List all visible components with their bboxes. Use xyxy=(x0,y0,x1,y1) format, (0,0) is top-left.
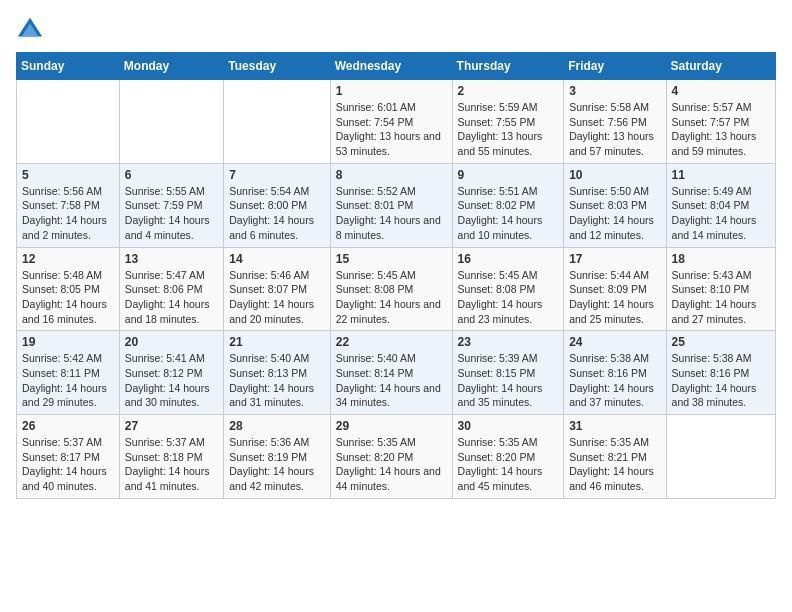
day-header-friday: Friday xyxy=(564,53,666,80)
day-info: Sunrise: 5:56 AM Sunset: 7:58 PM Dayligh… xyxy=(22,184,114,243)
day-info: Sunrise: 5:54 AM Sunset: 8:00 PM Dayligh… xyxy=(229,184,324,243)
calendar-cell: 5Sunrise: 5:56 AM Sunset: 7:58 PM Daylig… xyxy=(17,163,120,247)
calendar-cell xyxy=(666,415,775,499)
calendar-cell: 20Sunrise: 5:41 AM Sunset: 8:12 PM Dayli… xyxy=(119,331,223,415)
calendar-cell: 27Sunrise: 5:37 AM Sunset: 8:18 PM Dayli… xyxy=(119,415,223,499)
days-header-row: SundayMondayTuesdayWednesdayThursdayFrid… xyxy=(17,53,776,80)
day-info: Sunrise: 5:46 AM Sunset: 8:07 PM Dayligh… xyxy=(229,268,324,327)
day-number: 9 xyxy=(458,168,559,182)
day-number: 7 xyxy=(229,168,324,182)
day-info: Sunrise: 5:36 AM Sunset: 8:19 PM Dayligh… xyxy=(229,435,324,494)
calendar-table: SundayMondayTuesdayWednesdayThursdayFrid… xyxy=(16,52,776,499)
day-info: Sunrise: 5:40 AM Sunset: 8:14 PM Dayligh… xyxy=(336,351,447,410)
day-number: 4 xyxy=(672,84,770,98)
day-info: Sunrise: 5:38 AM Sunset: 8:16 PM Dayligh… xyxy=(672,351,770,410)
calendar-cell: 14Sunrise: 5:46 AM Sunset: 8:07 PM Dayli… xyxy=(224,247,330,331)
day-number: 29 xyxy=(336,419,447,433)
calendar-cell: 25Sunrise: 5:38 AM Sunset: 8:16 PM Dayli… xyxy=(666,331,775,415)
calendar-cell: 28Sunrise: 5:36 AM Sunset: 8:19 PM Dayli… xyxy=(224,415,330,499)
week-row-1: 1Sunrise: 6:01 AM Sunset: 7:54 PM Daylig… xyxy=(17,80,776,164)
day-header-wednesday: Wednesday xyxy=(330,53,452,80)
week-row-4: 19Sunrise: 5:42 AM Sunset: 8:11 PM Dayli… xyxy=(17,331,776,415)
day-info: Sunrise: 5:50 AM Sunset: 8:03 PM Dayligh… xyxy=(569,184,660,243)
day-number: 19 xyxy=(22,335,114,349)
week-row-5: 26Sunrise: 5:37 AM Sunset: 8:17 PM Dayli… xyxy=(17,415,776,499)
day-number: 20 xyxy=(125,335,218,349)
day-info: Sunrise: 5:42 AM Sunset: 8:11 PM Dayligh… xyxy=(22,351,114,410)
day-info: Sunrise: 5:59 AM Sunset: 7:55 PM Dayligh… xyxy=(458,100,559,159)
day-info: Sunrise: 5:39 AM Sunset: 8:15 PM Dayligh… xyxy=(458,351,559,410)
calendar-cell: 24Sunrise: 5:38 AM Sunset: 8:16 PM Dayli… xyxy=(564,331,666,415)
day-number: 18 xyxy=(672,252,770,266)
day-info: Sunrise: 5:58 AM Sunset: 7:56 PM Dayligh… xyxy=(569,100,660,159)
calendar-cell: 9Sunrise: 5:51 AM Sunset: 8:02 PM Daylig… xyxy=(452,163,564,247)
day-info: Sunrise: 5:35 AM Sunset: 8:20 PM Dayligh… xyxy=(336,435,447,494)
day-info: Sunrise: 5:35 AM Sunset: 8:20 PM Dayligh… xyxy=(458,435,559,494)
day-number: 3 xyxy=(569,84,660,98)
day-info: Sunrise: 5:52 AM Sunset: 8:01 PM Dayligh… xyxy=(336,184,447,243)
calendar-cell: 13Sunrise: 5:47 AM Sunset: 8:06 PM Dayli… xyxy=(119,247,223,331)
day-number: 21 xyxy=(229,335,324,349)
week-row-3: 12Sunrise: 5:48 AM Sunset: 8:05 PM Dayli… xyxy=(17,247,776,331)
day-number: 23 xyxy=(458,335,559,349)
day-info: Sunrise: 5:41 AM Sunset: 8:12 PM Dayligh… xyxy=(125,351,218,410)
calendar-cell: 11Sunrise: 5:49 AM Sunset: 8:04 PM Dayli… xyxy=(666,163,775,247)
day-number: 17 xyxy=(569,252,660,266)
day-number: 6 xyxy=(125,168,218,182)
day-header-thursday: Thursday xyxy=(452,53,564,80)
calendar-cell: 30Sunrise: 5:35 AM Sunset: 8:20 PM Dayli… xyxy=(452,415,564,499)
day-number: 11 xyxy=(672,168,770,182)
logo-icon xyxy=(16,16,44,44)
calendar-cell: 3Sunrise: 5:58 AM Sunset: 7:56 PM Daylig… xyxy=(564,80,666,164)
calendar-cell: 26Sunrise: 5:37 AM Sunset: 8:17 PM Dayli… xyxy=(17,415,120,499)
day-number: 12 xyxy=(22,252,114,266)
calendar-cell: 2Sunrise: 5:59 AM Sunset: 7:55 PM Daylig… xyxy=(452,80,564,164)
day-number: 13 xyxy=(125,252,218,266)
day-info: Sunrise: 5:37 AM Sunset: 8:17 PM Dayligh… xyxy=(22,435,114,494)
calendar-cell: 7Sunrise: 5:54 AM Sunset: 8:00 PM Daylig… xyxy=(224,163,330,247)
calendar-cell: 19Sunrise: 5:42 AM Sunset: 8:11 PM Dayli… xyxy=(17,331,120,415)
calendar-cell: 16Sunrise: 5:45 AM Sunset: 8:08 PM Dayli… xyxy=(452,247,564,331)
calendar-cell: 22Sunrise: 5:40 AM Sunset: 8:14 PM Dayli… xyxy=(330,331,452,415)
day-info: Sunrise: 5:57 AM Sunset: 7:57 PM Dayligh… xyxy=(672,100,770,159)
day-info: Sunrise: 6:01 AM Sunset: 7:54 PM Dayligh… xyxy=(336,100,447,159)
day-header-sunday: Sunday xyxy=(17,53,120,80)
day-number: 28 xyxy=(229,419,324,433)
day-number: 25 xyxy=(672,335,770,349)
day-number: 27 xyxy=(125,419,218,433)
day-info: Sunrise: 5:38 AM Sunset: 8:16 PM Dayligh… xyxy=(569,351,660,410)
day-info: Sunrise: 5:51 AM Sunset: 8:02 PM Dayligh… xyxy=(458,184,559,243)
week-row-2: 5Sunrise: 5:56 AM Sunset: 7:58 PM Daylig… xyxy=(17,163,776,247)
day-number: 30 xyxy=(458,419,559,433)
day-header-saturday: Saturday xyxy=(666,53,775,80)
day-number: 10 xyxy=(569,168,660,182)
calendar-cell: 8Sunrise: 5:52 AM Sunset: 8:01 PM Daylig… xyxy=(330,163,452,247)
day-info: Sunrise: 5:45 AM Sunset: 8:08 PM Dayligh… xyxy=(458,268,559,327)
calendar-cell: 6Sunrise: 5:55 AM Sunset: 7:59 PM Daylig… xyxy=(119,163,223,247)
day-info: Sunrise: 5:49 AM Sunset: 8:04 PM Dayligh… xyxy=(672,184,770,243)
calendar-cell xyxy=(224,80,330,164)
calendar-cell: 21Sunrise: 5:40 AM Sunset: 8:13 PM Dayli… xyxy=(224,331,330,415)
day-number: 8 xyxy=(336,168,447,182)
day-number: 15 xyxy=(336,252,447,266)
day-info: Sunrise: 5:47 AM Sunset: 8:06 PM Dayligh… xyxy=(125,268,218,327)
day-number: 24 xyxy=(569,335,660,349)
calendar-cell xyxy=(17,80,120,164)
calendar-cell: 12Sunrise: 5:48 AM Sunset: 8:05 PM Dayli… xyxy=(17,247,120,331)
day-info: Sunrise: 5:55 AM Sunset: 7:59 PM Dayligh… xyxy=(125,184,218,243)
calendar-cell: 18Sunrise: 5:43 AM Sunset: 8:10 PM Dayli… xyxy=(666,247,775,331)
day-info: Sunrise: 5:35 AM Sunset: 8:21 PM Dayligh… xyxy=(569,435,660,494)
day-number: 5 xyxy=(22,168,114,182)
day-number: 26 xyxy=(22,419,114,433)
calendar-cell: 23Sunrise: 5:39 AM Sunset: 8:15 PM Dayli… xyxy=(452,331,564,415)
calendar-cell: 10Sunrise: 5:50 AM Sunset: 8:03 PM Dayli… xyxy=(564,163,666,247)
day-info: Sunrise: 5:40 AM Sunset: 8:13 PM Dayligh… xyxy=(229,351,324,410)
day-info: Sunrise: 5:37 AM Sunset: 8:18 PM Dayligh… xyxy=(125,435,218,494)
day-number: 16 xyxy=(458,252,559,266)
calendar-cell: 4Sunrise: 5:57 AM Sunset: 7:57 PM Daylig… xyxy=(666,80,775,164)
day-number: 2 xyxy=(458,84,559,98)
day-number: 1 xyxy=(336,84,447,98)
calendar-cell: 1Sunrise: 6:01 AM Sunset: 7:54 PM Daylig… xyxy=(330,80,452,164)
day-header-monday: Monday xyxy=(119,53,223,80)
calendar-cell xyxy=(119,80,223,164)
